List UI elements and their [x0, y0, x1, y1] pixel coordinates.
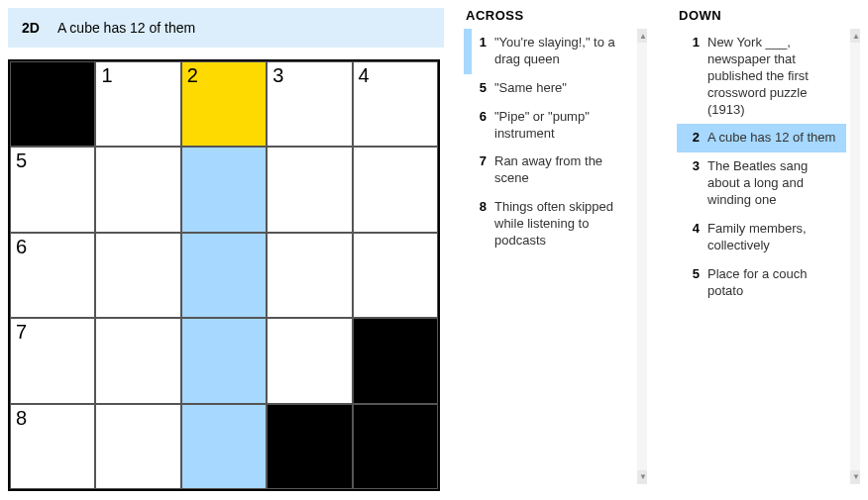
grid-cell[interactable]: [181, 147, 267, 232]
clue-text: A cube has 12 of them: [707, 130, 842, 147]
across-scrollbar[interactable]: ▲ ▼: [637, 29, 647, 484]
cell-number: 8: [16, 407, 27, 430]
grid-cell-black: [353, 318, 438, 403]
grid-cell-black: [353, 404, 438, 489]
clue-text: The Beatles sang about a long and windin…: [707, 158, 842, 209]
grid-cell[interactable]: [95, 233, 180, 318]
clue-text: Family members, collectively: [707, 221, 842, 254]
clue-number: 3: [685, 158, 700, 209]
grid-cell[interactable]: [95, 318, 180, 403]
grid-cell[interactable]: 5: [10, 147, 95, 232]
cell-number: 7: [16, 321, 27, 344]
grid-cell[interactable]: [353, 147, 438, 232]
grid-cell[interactable]: 4: [353, 61, 438, 147]
grid-cell[interactable]: [267, 147, 352, 232]
clue-text: "Pipe" or "pump" instrument: [494, 109, 629, 143]
across-clue-list: 1"You're slaying!," to a drag queen5"Sam…: [464, 29, 647, 255]
across-clue-item[interactable]: 5"Same here": [464, 74, 633, 103]
grid-cell[interactable]: [267, 233, 352, 318]
clue-number: 1: [685, 35, 700, 118]
across-clue-item[interactable]: 8Things often skipped while listening to…: [464, 193, 633, 255]
across-clue-item[interactable]: 7Ran away from the scene: [464, 148, 633, 193]
crossword-grid[interactable]: 12345678: [8, 59, 440, 491]
grid-cell[interactable]: 7: [10, 318, 95, 403]
down-clue-item[interactable]: 3The Beatles sang about a long and windi…: [677, 152, 846, 215]
grid-cell-black: [10, 61, 95, 147]
scroll-up-icon: ▲: [852, 32, 860, 41]
clue-text: Place for a couch potato: [707, 266, 842, 300]
clue-text: Things often skipped while listening to …: [494, 199, 629, 250]
grid-cell-black: [267, 404, 352, 489]
down-scrollbar[interactable]: ▲ ▼: [850, 29, 860, 484]
grid-cell[interactable]: 3: [267, 61, 352, 147]
grid-cell[interactable]: [181, 233, 267, 318]
cell-number: 2: [187, 64, 198, 87]
cell-number: 1: [101, 64, 112, 87]
down-clue-list: 1New York ___, newspaper that published …: [677, 29, 860, 306]
grid-cell[interactable]: [267, 318, 352, 403]
grid-cell[interactable]: [181, 318, 267, 403]
cell-number: 6: [16, 236, 27, 258]
grid-cell[interactable]: [181, 404, 267, 489]
cell-number: 3: [272, 64, 283, 87]
clue-number: 5: [685, 266, 700, 300]
scroll-down-icon: ▼: [639, 472, 647, 481]
cell-number: 5: [16, 150, 27, 172]
clue-number: 6: [472, 109, 487, 143]
clue-number: 8: [472, 199, 487, 250]
current-clue-bar: 2D A cube has 12 of them: [8, 8, 444, 48]
clue-number: 1: [472, 35, 487, 68]
clue-text: New York ___, newspaper that published t…: [707, 35, 842, 118]
clue-number: 4: [685, 221, 700, 254]
down-clue-item[interactable]: 5Place for a couch potato: [677, 260, 846, 306]
across-clue-item[interactable]: 1"You're slaying!," to a drag queen: [464, 29, 633, 74]
clue-number: 7: [472, 153, 487, 187]
clue-number: 2: [685, 130, 700, 147]
grid-cell[interactable]: [353, 233, 438, 318]
grid-cell[interactable]: 6: [10, 233, 95, 318]
clue-text: "You're slaying!," to a drag queen: [494, 35, 629, 68]
grid-cell[interactable]: 1: [95, 61, 180, 147]
grid-cell[interactable]: 8: [10, 404, 95, 489]
scroll-down-icon: ▼: [852, 472, 860, 481]
clue-number: 5: [472, 80, 487, 97]
clue-text: "Same here": [494, 80, 629, 97]
down-clue-item[interactable]: 1New York ___, newspaper that published …: [677, 29, 846, 124]
across-clue-item[interactable]: 6"Pipe" or "pump" instrument: [464, 103, 633, 149]
grid-cell[interactable]: 2: [181, 61, 267, 147]
cell-number: 4: [359, 64, 370, 87]
grid-cell[interactable]: [95, 147, 180, 232]
down-heading: DOWN: [677, 8, 860, 23]
current-clue-number: 2D: [22, 20, 40, 36]
down-clue-item[interactable]: 2A cube has 12 of them: [677, 124, 846, 152]
current-clue-text: A cube has 12 of them: [57, 20, 195, 36]
grid-cell[interactable]: [95, 404, 180, 489]
clue-text: Ran away from the scene: [494, 153, 629, 187]
down-clue-item[interactable]: 4Family members, collectively: [677, 215, 846, 260]
across-heading: ACROSS: [464, 8, 647, 23]
scroll-up-icon: ▲: [639, 32, 647, 41]
